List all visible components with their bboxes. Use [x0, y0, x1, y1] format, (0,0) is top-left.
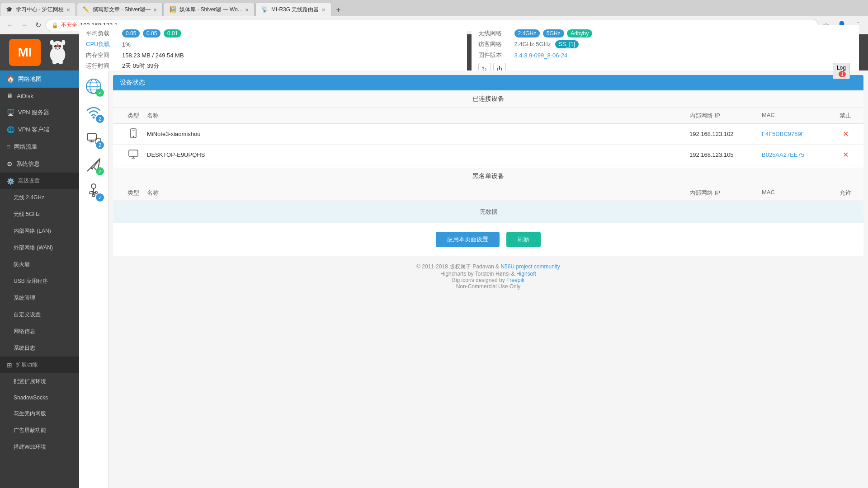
- sidebar-item-config-extend[interactable]: 配置扩展环境: [0, 373, 79, 390]
- header-mac: MAC: [762, 112, 834, 120]
- tab-3[interactable]: 🖼️ 媒体库 · Shiver嗯 — Wo... ×: [164, 3, 255, 16]
- sidebar-label-extended: 扩展功能: [16, 361, 38, 369]
- sidebar-item-lan[interactable]: 内部网络 (LAN): [0, 223, 79, 239]
- sidebar-item-web-env[interactable]: 搭建Web环境: [0, 439, 79, 455]
- wireless-badge-5g[interactable]: 5GHz: [543, 29, 564, 38]
- devices-icon[interactable]: 2: [82, 127, 105, 150]
- header-ip: 内部网络 IP: [689, 112, 762, 120]
- aidisk-icon: 🖥: [7, 92, 13, 99]
- svg-point-7: [52, 60, 57, 64]
- tab-3-title: 媒体库 · Shiver嗯 — Wo...: [179, 6, 242, 14]
- refresh-button[interactable]: ↻: [33, 19, 44, 31]
- content-area: 设备状态 已连接设备 类型 名称 内部网络 IP MAC 禁止: [108, 70, 868, 488]
- sidebar-item-firewall[interactable]: 防火墙: [0, 256, 79, 273]
- device-1-ban-button[interactable]: ✕: [834, 130, 857, 138]
- uptime-label: 运行时间: [86, 62, 122, 70]
- usb-icon[interactable]: ✓: [82, 180, 105, 202]
- avg-load-row: 平均负载 0.05 0.05 0.01: [86, 29, 460, 38]
- sidebar-item-system-mgmt[interactable]: 系统管理: [0, 290, 79, 306]
- blacklist-header-ip: 内部网络 IP: [689, 189, 762, 197]
- wireless-icon[interactable]: 2: [82, 101, 105, 124]
- wireless-badge-24[interactable]: 2.4GHz: [514, 29, 540, 38]
- sidebar-item-vpn-client[interactable]: 🌐 VPN 客户端: [0, 121, 79, 138]
- footer-freepik-link[interactable]: Freepik: [506, 277, 524, 283]
- tab-1[interactable]: 🎓 学习中心 · 沪江网校 ×: [0, 3, 76, 16]
- footer-highsoft-link[interactable]: Highsoft: [516, 271, 536, 277]
- guest-ss[interactable]: SS_[1]: [555, 40, 579, 48]
- sidebar-label-system-info: 系统信息: [16, 160, 40, 168]
- sidebar-label-lan: 内部网络 (LAN): [14, 227, 51, 235]
- blacklist-empty-row: 无数据: [113, 201, 863, 223]
- sidebar-item-wireless-5g[interactable]: 无线 5GHz: [0, 206, 79, 223]
- svg-rect-23: [90, 192, 92, 194]
- tab-1-close[interactable]: ×: [66, 6, 70, 14]
- footer-project-link[interactable]: N56U project community: [500, 263, 560, 270]
- connected-section-title: 已连接设备: [113, 90, 863, 108]
- system-info-icon: ⚙: [7, 160, 13, 168]
- device-row-2: DESKTOP-E9UPQHS 192.168.123.105 B025AA27…: [113, 145, 863, 165]
- footer-icons: Big icons designed by: [452, 277, 505, 283]
- sidebar-item-usb-apps[interactable]: USB 应用程序: [0, 273, 79, 290]
- footer-copyright: © 2011-2018 版权属于 Padavan &: [416, 263, 499, 270]
- cpu-link[interactable]: CPU负载: [86, 40, 122, 48]
- sidebar-item-network-info[interactable]: 网络信息: [0, 323, 79, 340]
- guest-network-row: 访客网络 2.4GHz 5GHz SS_[1]: [478, 40, 853, 48]
- tab-3-close[interactable]: ×: [245, 6, 249, 14]
- sidebar-item-peanuthull[interactable]: 花生壳内网版: [0, 405, 79, 422]
- sidebar-item-shadowsocks[interactable]: ShadowSocks: [0, 390, 79, 405]
- sidebar-item-network-map[interactable]: 🏠 网络地图: [0, 70, 79, 88]
- mascot: [45, 39, 70, 66]
- header-type: 类型: [120, 112, 147, 120]
- tab-3-favicon: 🖼️: [170, 6, 177, 14]
- apply-button[interactable]: 应用本页面设置: [436, 232, 500, 247]
- device-2-mac-link[interactable]: B025AA27EE75: [762, 151, 804, 158]
- sidebar-item-wireless-24[interactable]: 无线 2.4GHz: [0, 189, 79, 206]
- internet-icon[interactable]: ✓: [82, 75, 105, 98]
- secure-icon: 🔒: [52, 22, 58, 28]
- tab-4-close[interactable]: ×: [321, 6, 325, 14]
- tab-2[interactable]: ✏️ 撰写新文章 · Shiver嗯— ×: [77, 3, 163, 16]
- device-2-ban-button[interactable]: ✕: [834, 150, 857, 159]
- sidebar-label-config-extend: 配置扩展环境: [14, 378, 46, 385]
- sidebar-item-aidisk[interactable]: 🖥 AiDisk: [0, 88, 79, 104]
- device-status-panel: 设备状态 已连接设备 类型 名称 内部网络 IP MAC 禁止: [113, 75, 863, 256]
- wan-icon[interactable]: ✓: [82, 154, 105, 176]
- log-label: Log: [837, 65, 846, 71]
- connected-devices-section: 已连接设备 类型 名称 内部网络 IP MAC 禁止: [113, 90, 863, 165]
- sidebar-section-extended[interactable]: ⊞ 扩展功能: [0, 357, 79, 373]
- forward-button[interactable]: →: [18, 19, 31, 31]
- blacklist-empty-label: 无数据: [480, 208, 497, 215]
- device-1-mac-link[interactable]: F4F5DBC9759F: [762, 131, 805, 137]
- sidebar-item-network-traffic[interactable]: ≡ 网络流量: [0, 138, 79, 155]
- avg-badge-2: 0.05: [143, 29, 160, 38]
- blacklist-section: 黑名单设备 类型 名称 内部网络 IP MAC 允许 无数据: [113, 168, 863, 223]
- device-2-ip: 192.168.123.105: [689, 151, 762, 158]
- tab-2-close[interactable]: ×: [153, 6, 157, 14]
- sidebar-item-ad-block[interactable]: 广告屏蔽功能: [0, 422, 79, 439]
- page-footer: © 2011-2018 版权属于 Padavan & N56U project …: [113, 256, 863, 296]
- sidebar-label-syslog: 系统日志: [14, 344, 35, 352]
- back-button[interactable]: ←: [4, 19, 16, 31]
- tab-4-title: MI-R3G 无线路由器: [271, 6, 319, 14]
- new-tab-button[interactable]: +: [332, 4, 345, 16]
- uptime-value: 2天 05时 39分: [122, 62, 159, 70]
- network-traffic-icon: ≡: [7, 143, 10, 150]
- sidebar-item-vpn-server[interactable]: 🖥️ VPN 服务器: [0, 104, 79, 121]
- sidebar-label-shadowsocks: ShadowSocks: [14, 394, 48, 401]
- sidebar-label-network-traffic: 网络流量: [14, 143, 38, 151]
- sidebar-section-advanced[interactable]: ⚙️ 高级设置: [0, 173, 79, 189]
- log-button[interactable]: Log 1: [833, 63, 850, 79]
- sidebar-item-syslog[interactable]: 系统日志: [0, 340, 79, 357]
- extended-icon: ⊞: [7, 361, 12, 369]
- footer-noncommer: Non-Commercial Use Only: [120, 283, 857, 290]
- sidebar-label-aidisk: AiDisk: [17, 93, 33, 99]
- wireless-badge-adbyby[interactable]: Adbyby: [567, 29, 592, 38]
- sidebar-item-wan[interactable]: 外部网络 (WAN): [0, 239, 79, 256]
- device-1-mac: F4F5DBC9759F: [762, 131, 834, 137]
- sidebar-item-custom[interactable]: 自定义设置: [0, 306, 79, 323]
- sidebar-item-system-info[interactable]: ⚙ 系统信息: [0, 155, 79, 173]
- refresh-devices-button[interactable]: 刷新: [506, 232, 541, 247]
- tab-4-favicon: 📡: [261, 6, 269, 14]
- tab-4[interactable]: 📡 MI-R3G 无线路由器 ×: [255, 3, 331, 16]
- sidebar-label-wireless-5g: 无线 5GHz: [14, 211, 40, 218]
